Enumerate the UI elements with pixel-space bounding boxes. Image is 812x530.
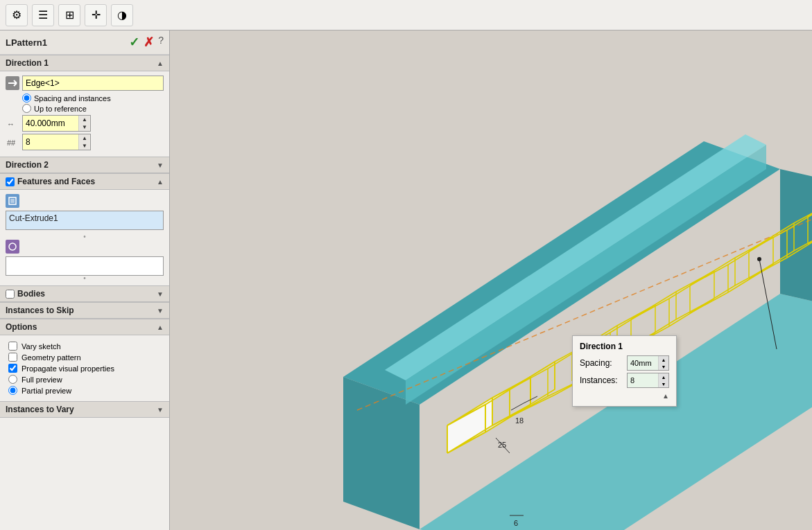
popup-spacing-up[interactable]: ▲ <box>659 356 668 363</box>
cancel-button[interactable]: ✗ <box>144 35 154 50</box>
spacing-instances-radio[interactable] <box>22 94 31 103</box>
up-to-ref-label: Up to reference <box>34 105 87 113</box>
spacing-input-wrap: ▲ ▼ <box>22 115 91 132</box>
features-faces-content: Cut-Extrude1 • • <box>0 190 169 285</box>
help-icon[interactable]: ? <box>158 35 164 50</box>
top-toolbar: ⚙ ☰ ⊞ ✛ ◑ <box>0 0 812 30</box>
vary-sketch-label: Vary sketch <box>21 342 61 351</box>
instances-up-btn[interactable]: ▲ <box>79 134 90 142</box>
3d-model: 18 25 6 <box>170 30 812 530</box>
popup-spacing-spinners: ▲ ▼ <box>658 356 668 370</box>
direction1-edge-input[interactable] <box>22 76 164 91</box>
partial-preview-radio[interactable] <box>8 386 17 395</box>
settings-btn[interactable]: ⚙ <box>6 4 28 26</box>
features-faces-label: Features and Faces <box>6 177 95 186</box>
direction2-label: Direction 2 <box>6 160 49 170</box>
direction1-popup: Direction 1 Spacing: ▲ ▼ Instances: ▲ <box>572 335 677 407</box>
popup-spacing-label: Spacing: <box>580 358 621 368</box>
direction2-header[interactable]: Direction 2 ▼ <box>0 157 169 173</box>
divider-mid: • <box>6 234 164 240</box>
main-area: LPattern1 ✓ ✗ ? Direction 1 ▲ Spacing an… <box>0 30 812 530</box>
spacing-down-btn[interactable]: ▼ <box>79 123 90 131</box>
faces-list-empty[interactable] <box>6 256 164 276</box>
palette-btn[interactable]: ◑ <box>111 4 133 26</box>
full-preview-row: Full preview <box>8 375 164 384</box>
popup-spacing-input-wrap: ▲ ▼ <box>627 355 669 371</box>
svg-point-56 <box>757 257 761 261</box>
face-icon <box>6 240 19 254</box>
partial-preview-label: Partial preview <box>21 387 71 395</box>
propagate-visual-checkbox[interactable] <box>8 364 17 373</box>
instances-vary-chevron: ▼ <box>157 406 164 414</box>
propagate-visual-row: Propagate visual properties <box>8 364 164 373</box>
popup-instances-input-wrap: ▲ ▼ <box>627 373 669 388</box>
up-to-ref-row: Up to reference <box>22 104 164 113</box>
feature-face-icon <box>6 194 19 208</box>
spacing-up-btn[interactable]: ▲ <box>79 116 90 123</box>
popup-instances-row: Instances: ▲ ▼ <box>580 373 669 388</box>
svg-text:6: 6 <box>514 519 518 527</box>
features-faces-checkbox[interactable] <box>6 177 15 186</box>
bodies-chevron: ▼ <box>157 290 164 298</box>
direction1-edge-icon <box>6 76 19 90</box>
bodies-checkbox[interactable] <box>6 290 15 299</box>
up-to-ref-radio[interactable] <box>22 104 31 113</box>
direction1-content: Spacing and instances Up to reference ↔ … <box>0 71 169 157</box>
popup-instances-input[interactable] <box>628 373 658 387</box>
instances-vary-header[interactable]: Instances to Vary ▼ <box>0 401 169 418</box>
instances-skip-header[interactable]: Instances to Skip ▼ <box>0 302 169 319</box>
spacing-spinners: ▲ ▼ <box>78 116 90 131</box>
popup-instances-up[interactable]: ▲ <box>659 373 668 380</box>
svg-text:##: ## <box>7 139 16 147</box>
options-header[interactable]: Options ▲ <box>0 319 169 335</box>
options-label: Options <box>6 322 37 332</box>
panel-title-bar: LPattern1 ✓ ✗ ? <box>0 30 169 55</box>
right-canvas: ▶ instance to vary (Default:... <box>170 30 812 530</box>
popup-instances-down[interactable]: ▼ <box>659 380 668 387</box>
spacing-input-row: ↔ ▲ ▼ <box>6 115 164 132</box>
popup-collapse-btn[interactable]: ▲ <box>662 392 669 400</box>
spacing-input[interactable] <box>23 116 78 131</box>
panel-title: LPattern1 <box>6 37 47 48</box>
layers-btn[interactable]: ⊞ <box>58 4 80 26</box>
options-content: Vary sketch Geometry pattern Propagate v… <box>0 335 169 401</box>
geometry-pattern-row: Geometry pattern <box>8 353 164 362</box>
full-preview-radio[interactable] <box>8 375 17 384</box>
vary-sketch-row: Vary sketch <box>8 342 164 351</box>
instances-icon: ## <box>6 135 19 149</box>
direction1-edge-row <box>6 76 164 91</box>
svg-text:25: 25 <box>498 441 506 449</box>
popup-spacing-down[interactable]: ▼ <box>659 363 668 370</box>
spacing-icon: ↔ <box>6 116 19 130</box>
svg-point-4 <box>9 243 16 250</box>
direction1-chevron: ▲ <box>157 60 164 67</box>
features-list[interactable]: Cut-Extrude1 <box>6 211 164 230</box>
features-faces-header[interactable]: Features and Faces ▲ <box>0 173 169 190</box>
instances-input-wrap: ▲ ▼ <box>22 134 91 150</box>
vary-sketch-checkbox[interactable] <box>8 342 17 351</box>
left-panel: LPattern1 ✓ ✗ ? Direction 1 ▲ Spacing an… <box>0 30 170 530</box>
popup-instances-label: Instances: <box>580 376 621 385</box>
face-icon-row <box>6 240 164 254</box>
spacing-instances-row: Spacing and instances <box>22 94 164 103</box>
instances-skip-chevron: ▼ <box>157 307 164 315</box>
full-preview-label: Full preview <box>21 376 62 384</box>
crosshair-btn[interactable]: ✛ <box>85 4 107 26</box>
divider-bot: • <box>6 276 164 281</box>
feature-icon-row <box>6 194 164 208</box>
instances-input[interactable] <box>23 134 78 150</box>
propagate-visual-label: Propagate visual properties <box>21 364 114 373</box>
list-btn[interactable]: ☰ <box>32 4 54 26</box>
panel-actions: ✓ ✗ ? <box>129 35 164 50</box>
options-chevron: ▲ <box>157 324 164 331</box>
direction1-header[interactable]: Direction 1 ▲ <box>0 55 169 71</box>
bodies-header[interactable]: Bodies ▼ <box>0 285 169 302</box>
ok-button[interactable]: ✓ <box>129 35 139 50</box>
popup-spacing-row: Spacing: ▲ ▼ <box>580 355 669 371</box>
direction1-label: Direction 1 <box>6 58 49 68</box>
geometry-pattern-label: Geometry pattern <box>21 353 81 362</box>
geometry-pattern-checkbox[interactable] <box>8 353 17 362</box>
spacing-instances-label: Spacing and instances <box>34 94 111 103</box>
instances-down-btn[interactable]: ▼ <box>79 142 90 150</box>
popup-spacing-input[interactable] <box>628 356 658 370</box>
